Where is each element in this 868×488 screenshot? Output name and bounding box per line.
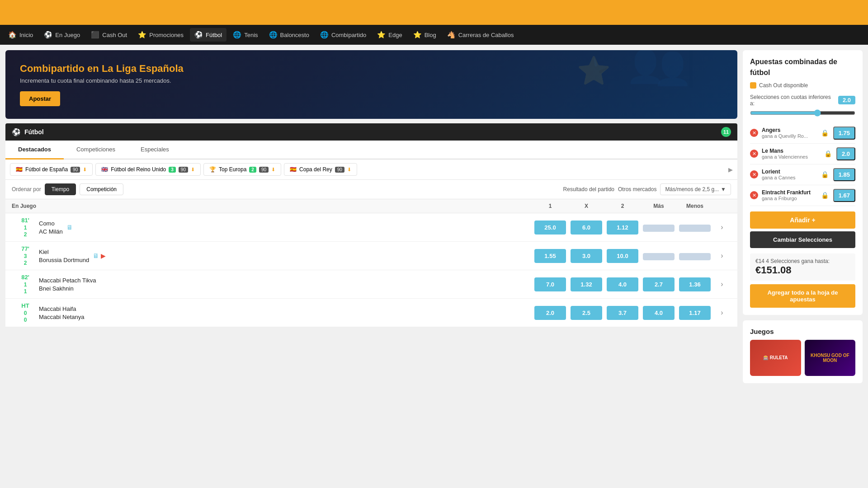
more-markets-btn[interactable]: › (717, 278, 726, 290)
odd2-btn[interactable]: 10.0 (607, 249, 638, 263)
header-colMenos: Menos (677, 203, 713, 209)
oddX-btn[interactable]: 2.5 (571, 306, 602, 320)
juegos-title: Juegos (750, 328, 855, 335)
sort-label: Ordenar por (12, 186, 41, 192)
nav-item-inicio[interactable]: 🏠 Inicio (4, 28, 38, 42)
odd-menos-empty[interactable] (679, 225, 711, 232)
nav-item-combipartido[interactable]: 🌐 Combipartido (316, 28, 371, 42)
odd2-col: 1.12 (604, 221, 641, 235)
nav-item-cash-out[interactable]: ⬛ Cash Out (86, 28, 132, 42)
hero-banner: Combipartido en La Liga Española Increme… (5, 50, 737, 119)
table-row: HT 0 0 Maccabi Haifa Maccabi Netanya (5, 299, 737, 327)
content-area: Combipartido en La Liga Española Increme… (5, 50, 737, 389)
bet-selection-item: ✕ Le Mans gana a Valenciennes 🔒 2.0 (750, 144, 855, 164)
bet-odd-btn[interactable]: 2.0 (836, 147, 855, 160)
top-banner (0, 0, 868, 25)
bet-remove-btn[interactable]: ✕ (750, 170, 758, 178)
bet-team-main: Lorient (762, 169, 796, 175)
oddX-btn[interactable]: 3.0 (571, 249, 602, 263)
match-table-header: En Juego 1 X 2 Más Menos (5, 199, 737, 213)
futbol-icon: ⚽ (194, 31, 203, 39)
lock-icon: 🔒 (821, 192, 829, 199)
odd1-btn[interactable]: 7.0 (534, 277, 566, 291)
right-sidebar: Apuestas combinadas de fútbol Cash Out d… (743, 50, 863, 389)
quota-label: Selecciones con cuotas inferiores a: 2.0 (750, 94, 855, 107)
nav-label-blog: Blog (425, 32, 436, 38)
odd-menos-btn[interactable]: 1.36 (679, 277, 711, 291)
tab-especiales[interactable]: Especiales (128, 141, 182, 160)
oddX-btn[interactable]: 1.32 (571, 277, 602, 291)
odd-mas-btn[interactable]: 4.0 (643, 306, 675, 320)
cat-top-europa[interactable]: 🏆 Top Europa 2 90 ⬇ (203, 163, 281, 176)
cat-espana[interactable]: 🇪🇸 Fútbol de España 90 ⬇ (10, 163, 93, 176)
odd2-btn[interactable]: 1.12 (607, 221, 638, 235)
odd-mas-btn[interactable]: 2.7 (643, 277, 675, 291)
nav-item-futbol[interactable]: ⚽ Fútbol (190, 28, 226, 42)
market-dropdown[interactable]: Más/menos de 2,5 g... ▼ (660, 183, 731, 195)
bet-odd-btn[interactable]: 1.67 (833, 189, 855, 202)
more-markets-btn[interactable]: › (717, 307, 726, 319)
bet-remove-btn[interactable]: ✕ (750, 129, 758, 137)
nav-item-carreras[interactable]: 🐴 Carreras de Caballos (443, 28, 519, 42)
add-slip-button[interactable]: Agregar todo a la hoja de apuestas (750, 284, 855, 308)
winnings-amount: €151.08 (755, 264, 850, 276)
nav-label-tenis: Tenis (244, 32, 258, 38)
sort-left: Ordenar por Tiempo Competición (12, 183, 123, 195)
cat-uk[interactable]: 🇬🇧 Fútbol del Reino Unido 3 90 ⬇ (95, 163, 201, 176)
change-button[interactable]: Cambiar Selecciones (750, 231, 855, 248)
odd-mas-empty[interactable] (643, 253, 675, 260)
odd1-btn[interactable]: 25.0 (534, 221, 566, 235)
match-time-col: HT 0 0 (12, 302, 39, 323)
odd2-btn[interactable]: 3.7 (607, 306, 638, 320)
bet-odd-btn[interactable]: 1.85 (833, 168, 855, 181)
sort-competicion-btn[interactable]: Competición (80, 183, 123, 195)
oddX-btn[interactable]: 6.0 (571, 221, 602, 235)
home-icon: 🏠 (8, 31, 17, 39)
header-more (713, 203, 731, 209)
nav-item-tenis[interactable]: 🌐 Tenis (228, 28, 262, 42)
more-col: › (713, 221, 731, 233)
odd1-btn[interactable]: 2.0 (534, 306, 566, 320)
match-scores: 1 2 (22, 225, 28, 238)
cat-espana-label: Fútbol de España (25, 166, 68, 173)
oddMenos-col (677, 251, 713, 260)
sort-tiempo-btn[interactable]: Tiempo (45, 183, 76, 195)
oddMenos-col: 1.36 (677, 277, 713, 291)
more-markets-btn[interactable]: › (717, 250, 726, 262)
odd-menos-btn[interactable]: 1.17 (679, 306, 711, 320)
odd-menos-empty[interactable] (679, 253, 711, 260)
bet-team-sub: gana a Cannes (762, 175, 796, 180)
tab-destacados[interactable]: Destacados (5, 141, 64, 160)
cat-copa-del-rey[interactable]: 🇪🇸 Copa del Rey 90 ⬇ (284, 163, 357, 176)
bet-odd-btn[interactable]: 1.75 (833, 127, 855, 140)
bet-remove-btn[interactable]: ✕ (750, 150, 758, 158)
score-line-2: 2 (22, 260, 28, 266)
nav-item-baloncesto[interactable]: 🌐 Baloncesto (264, 28, 314, 42)
juego-khonsu[interactable]: KHONSU GOD OF MOON (805, 340, 856, 376)
odd1-btn[interactable]: 1.55 (534, 249, 566, 263)
category-scroll: 🇪🇸 Fútbol de España 90 ⬇ 🇬🇧 Fútbol del R… (5, 160, 737, 180)
nav-item-edge[interactable]: ⭐ Edge (373, 28, 406, 42)
cat-scroll-right[interactable]: ▶ (728, 166, 733, 173)
bet-team-main: Le Mans (762, 148, 808, 154)
odd2-btn[interactable]: 4.0 (607, 277, 638, 291)
sidebar-panel-juegos: Juegos 🎰 RULETA KHONSU GOD OF MOON (743, 320, 863, 383)
nav-item-blog[interactable]: ⭐ Blog (409, 28, 441, 42)
add-button[interactable]: Añadir + (750, 211, 855, 229)
juegos-grid: 🎰 RULETA KHONSU GOD OF MOON (750, 340, 855, 376)
hero-subtitle: Incrementa tu cuota final combinando has… (20, 77, 184, 84)
tab-competiciones[interactable]: Competiciones (64, 141, 128, 160)
nav-label-combipartido: Combipartido (331, 32, 366, 38)
odd-mas-empty[interactable] (643, 225, 675, 232)
nav-item-promociones[interactable]: ⭐ Promociones (133, 28, 188, 42)
apostar-button[interactable]: Apostar (20, 91, 60, 106)
bet-team-main: Eintracht Frankfurt (762, 189, 811, 196)
quota-slider[interactable] (750, 109, 855, 117)
more-markets-btn[interactable]: › (717, 221, 726, 233)
match-info-col: Como AC Milán 🖥 (39, 220, 532, 235)
oddX-col: 2.5 (568, 306, 604, 320)
cat-europa-badge: 2 (249, 167, 256, 173)
nav-item-en-juego[interactable]: ⚽ En Juego (39, 28, 85, 42)
bet-remove-btn[interactable]: ✕ (750, 191, 758, 199)
juego-ruleta[interactable]: 🎰 RULETA (750, 340, 801, 376)
